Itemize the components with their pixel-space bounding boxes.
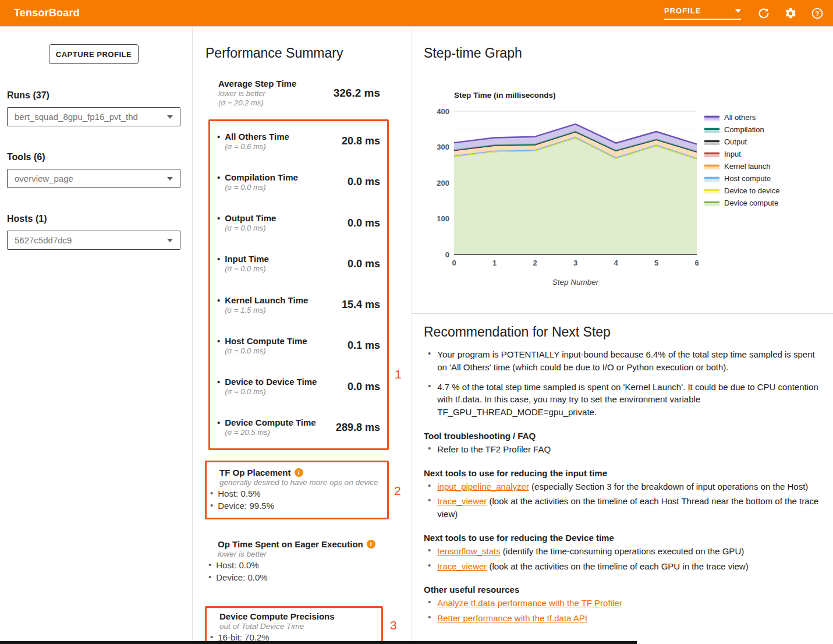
bullet-icon: •	[217, 295, 220, 315]
rec-link[interactable]: trace_viewer	[437, 496, 487, 506]
rec-link[interactable]: Better performance with the tf.data API	[437, 613, 587, 623]
bullet-icon: •	[208, 560, 211, 571]
list-item-text: Host: 0.0%	[216, 560, 258, 571]
rec-item-body: trace_viewer (look at the activities on …	[437, 495, 825, 521]
metric-sigma: (σ = 0.0 ms)	[225, 387, 317, 397]
eager-subtitle: lower is better	[218, 550, 382, 558]
rec-item-body: Refer to the TF2 Profiler FAQ	[437, 443, 551, 456]
metric-row: • Device Compute Time (σ = 20.5 ms) 289.…	[210, 407, 387, 448]
settings-button[interactable]	[783, 6, 798, 21]
metric-value: 0.1 ms	[348, 339, 380, 352]
svg-text:0: 0	[452, 259, 456, 267]
average-step-time-row: Average Step Time lower is better (σ = 2…	[218, 79, 380, 108]
metric-row: • Input Time (σ = 0.0 ms) 0.0 ms	[210, 243, 387, 284]
rec-item-body: 4.7 % of the total step time sampled is …	[437, 381, 825, 419]
metric-value: 15.4 ms	[342, 299, 380, 311]
chevron-down-icon	[167, 177, 173, 181]
metric-row: • Output Time (σ = 0.0 ms) 0.0 ms	[210, 203, 387, 243]
tf-op-placement-title: TF Op Placement i	[219, 468, 380, 477]
chart-title: Step Time (in milliseconds)	[454, 91, 556, 100]
help-icon: ?	[811, 7, 824, 20]
legend-label: Input	[724, 150, 741, 158]
recommendation-subsections: Tool troubleshooting / FAQ•Refer to the …	[424, 431, 825, 625]
dashboard-select[interactable]: PROFILE	[664, 6, 741, 20]
svg-text:Step Number: Step Number	[552, 278, 599, 286]
rec-subsection: Next tools to use for reducing the input…	[424, 468, 825, 521]
metric-row: • Compilation Time (σ = 0.0 ms) 0.0 ms	[210, 162, 387, 203]
bullet-icon: •	[428, 612, 431, 625]
legend-swatch-icon	[704, 151, 719, 157]
reload-button[interactable]	[756, 6, 771, 21]
metric-sigma: (σ = 20.5 ms)	[225, 428, 316, 437]
section-divider	[412, 313, 833, 314]
metric-subtitle: lower is better	[218, 89, 296, 98]
legend-swatch-icon	[704, 164, 719, 169]
rec-item-body: Your program is POTENTIALLY input-bound …	[437, 348, 825, 374]
reload-icon	[757, 7, 770, 20]
eager-title: Op Time Spent on Eager Execution i	[218, 539, 382, 549]
chevron-down-icon	[167, 115, 173, 119]
bottom-edge-bar	[0, 641, 637, 644]
topbar-actions: PROFILE ?	[664, 6, 825, 21]
capture-profile-button[interactable]: CAPTURE PROFILE	[49, 44, 139, 64]
rec-subsection-heading: Next tools to use for reducing the input…	[424, 468, 825, 478]
step-time-graph-title: Step-time Graph	[424, 45, 833, 61]
rec-link[interactable]: Analyze tf.data performance with the TF …	[437, 598, 622, 608]
hosts-dropdown[interactable]: 5627c5dd7dc9	[7, 231, 180, 250]
legend-label: Host compute	[724, 174, 771, 183]
legend-label: All others	[724, 113, 756, 122]
rec-item-body: Better performance with the tf.data API	[437, 612, 587, 625]
metric-value: 0.0 ms	[348, 258, 380, 270]
metric-value: 0.0 ms	[348, 176, 380, 188]
rec-subsection: Other useful resources•Analyze tf.data p…	[424, 585, 825, 625]
runs-dropdown-value: bert_squad_8gpu_fp16_pvt_thd	[15, 112, 138, 122]
legend-swatch-icon	[704, 127, 719, 133]
bullet-icon: •	[217, 377, 220, 397]
legend-entry: Kernel launch	[704, 160, 779, 172]
legend-swatch-icon	[704, 115, 719, 121]
info-icon[interactable]: i	[295, 468, 303, 477]
metric-row: • Device to Device Time (σ = 0.0 ms) 0.0…	[210, 366, 387, 407]
metric-value: 0.0 ms	[348, 381, 380, 393]
tensorboard-profile-page: TensorBoard PROFILE ?	[0, 0, 833, 644]
performance-summary-title: Performance Summary	[205, 45, 412, 61]
tf-op-placement-subtitle: generally desired to have more ops on de…	[219, 478, 380, 487]
rec-subsection: Next tools to use for reducing the Devic…	[424, 533, 825, 573]
rec-link[interactable]: input_pipeline_analyzer	[437, 482, 529, 491]
help-button[interactable]: ?	[810, 6, 825, 21]
tools-dropdown-value: overview_page	[15, 174, 73, 183]
highlight-box-3: Device Compute Precisions out of Total D…	[205, 606, 383, 644]
highlight-box-2: TF Op Placement i generally desired to h…	[205, 461, 389, 519]
metric-sigma: (σ = 0.0 ms)	[225, 346, 307, 356]
legend-label: Device to device	[724, 186, 779, 195]
tools-label: Tools (6)	[7, 152, 192, 162]
legend-label: Device compute	[724, 199, 778, 207]
tools-dropdown[interactable]: overview_page	[7, 169, 180, 188]
list-item: •Host: 0.0%	[208, 560, 382, 571]
bullet-icon: •	[217, 132, 220, 151]
rec-bullet-item: •tensorflow_stats (identify the time-con…	[424, 545, 825, 558]
rec-bullet-item: •Analyze tf.data performance with the TF…	[424, 597, 825, 610]
legend-entry: Device compute	[704, 197, 779, 209]
list-item: •Host: 0.5%	[210, 488, 380, 500]
metric-value: 326.2 ms	[334, 87, 380, 100]
bullet-icon: •	[428, 443, 431, 456]
bullet-icon: •	[217, 172, 220, 192]
topbar: TensorBoard PROFILE ?	[0, 0, 833, 26]
rec-link[interactable]: tensorflow_stats	[437, 546, 500, 556]
rec-text: (look at the activities on the timeline …	[487, 561, 748, 571]
rec-bullet-item: •Refer to the TF2 Profiler FAQ	[424, 443, 825, 456]
gear-icon	[784, 7, 797, 20]
info-icon[interactable]: i	[367, 540, 375, 549]
svg-text:300: 300	[437, 143, 449, 151]
chart-legend: All othersCompilationOutputInputKernel l…	[704, 111, 779, 209]
legend-swatch-icon	[704, 176, 719, 182]
runs-dropdown[interactable]: bert_squad_8gpu_fp16_pvt_thd	[7, 107, 180, 126]
rec-link[interactable]: trace_viewer	[437, 561, 487, 571]
bullet-icon: •	[428, 545, 431, 558]
legend-entry: Compilation	[704, 123, 779, 136]
rec-subsection-heading: Next tools to use for reducing the Devic…	[424, 533, 825, 543]
metric-sigma: (σ = 0.0 ms)	[225, 183, 298, 192]
svg-text:400: 400	[437, 107, 449, 116]
rec-text: Refer to the TF2 Profiler FAQ	[437, 444, 551, 454]
